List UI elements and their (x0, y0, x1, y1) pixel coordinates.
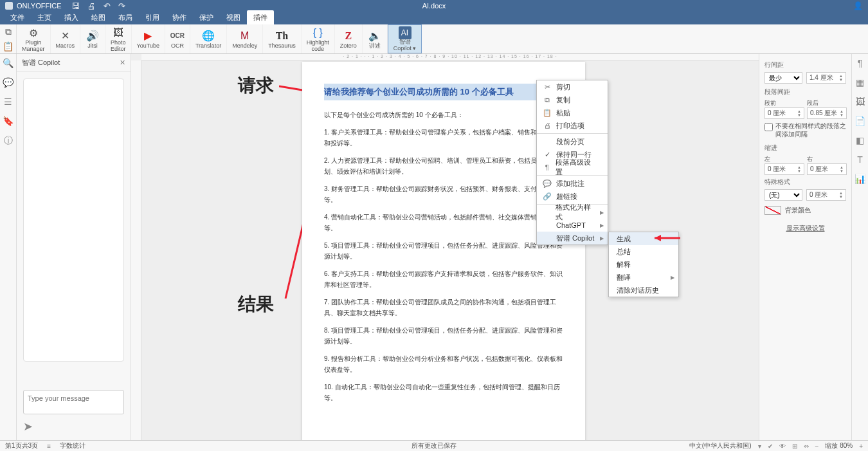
ribbon-paste-icon[interactable]: 📋 (3, 41, 14, 51)
ctx-添加批注[interactable]: 💬添加批注 (537, 177, 608, 190)
left-rail-search-icon[interactable]: 🔍 (3, 58, 14, 68)
result-intro[interactable]: 以下是每个创业公司成功所需的 10 个必备工具： (324, 109, 563, 120)
qat-print-icon[interactable]: 🖨 (87, 1, 96, 11)
indent-left-spin[interactable]: 0 厘米▲▼ (764, 163, 804, 175)
tab-insert[interactable]: 插入 (58, 10, 85, 24)
qat-undo-icon[interactable]: ↶ (104, 1, 111, 11)
right-rail-paragraph-icon[interactable]: ¶ (858, 58, 863, 68)
status-spellcheck-icon[interactable]: ✔ (768, 443, 773, 450)
ctx-粘贴[interactable]: 📋粘贴 (537, 106, 608, 119)
ribbon-copy-icon[interactable]: ⧉ (5, 26, 12, 37)
status-track-icon[interactable]: 👁 (779, 443, 786, 450)
result-item[interactable]: 7. 团队协作工具：帮助创业公司管理团队成员之间的协作和沟通，包括项目管理工具、… (324, 297, 563, 318)
ctx-段前分页[interactable]: 段前分页 (537, 135, 608, 148)
right-rail-table-icon[interactable]: ▦ (856, 77, 864, 87)
result-item[interactable]: 3. 财务管理工具：帮助创业公司跟踪财务状况，包括预算、财务报表、支付和收款等。 (324, 183, 563, 205)
line-spacing-mode-select[interactable]: 最少 (764, 72, 802, 84)
ribbon-translator[interactable]: 🌐Translator (190, 24, 227, 53)
status-wordcount-icon[interactable]: ≡ (47, 443, 51, 450)
ctx-ChatGPT[interactable]: ChatGPT▶ (537, 219, 608, 232)
status-zoom-out-icon[interactable]: − (815, 443, 819, 450)
document-canvas[interactable]: 请求 结果 请给我推荐每个创业公司成功所需的 10 个必备工具 以下是每个创业公… (141, 60, 759, 440)
right-rail-chart-icon[interactable]: 📊 (854, 174, 865, 184)
tab-layout[interactable]: 布局 (112, 10, 139, 24)
status-page-count[interactable]: 第1页共3页 (5, 441, 38, 450)
tab-view[interactable]: 视图 (220, 10, 247, 24)
line-spacing-value-spin[interactable]: 1.4 厘米▲▼ (806, 72, 846, 84)
ribbon-copilot[interactable]: AI智谱 Copilot ▾ (388, 24, 422, 53)
copilot-input[interactable] (23, 390, 124, 414)
result-item[interactable]: 8. 项目管理工具：帮助创业公司管理项目，包括任务分配、进度跟踪、风险管理和资源… (324, 325, 563, 347)
advanced-settings-link[interactable]: 显示高级设置 (764, 224, 846, 233)
right-rail-header-icon[interactable]: 📄 (854, 116, 865, 126)
ribbon-youtube[interactable]: ▶YouTube (132, 24, 165, 53)
status-fitwidth-icon[interactable]: ⇔ (804, 443, 809, 450)
ribbon-highlight-code[interactable]: { }Highlight code (302, 24, 335, 53)
ribbon-thesaurus[interactable]: ThThesaurus (263, 24, 302, 53)
right-rail-image-icon[interactable]: 🖼 (856, 97, 865, 107)
indent-right-spin[interactable]: 0 厘米▲▼ (807, 163, 847, 175)
horizontal-ruler[interactable]: · 2 · 1 · · · 1 · 2 · 3 · 4 · 5 · 6 · 7 … (141, 54, 759, 60)
ribbon-mendeley[interactable]: MMendeley (227, 24, 263, 53)
left-rail-comments-icon[interactable]: 💬 (3, 77, 14, 87)
status-zoom-label[interactable]: 缩放 80% (825, 441, 853, 450)
tab-file[interactable]: 文件 (4, 10, 31, 24)
status-zoom-in-icon[interactable]: + (859, 443, 863, 450)
ctx-sub-清除对话历史[interactable]: 清除对话历史 (609, 284, 678, 297)
result-item[interactable]: 10. 自动化工具：帮助创业公司自动化一些重复性任务，包括时间管理、提醒和日历等… (324, 382, 563, 403)
same-style-checkbox[interactable] (764, 123, 773, 131)
ctx-段落高级设置[interactable]: ¶段落高级设置 (537, 161, 608, 174)
ribbon-jitsi[interactable]: 🔊Jitsi (80, 24, 105, 53)
copilot-panel-close-icon[interactable]: ✕ (120, 59, 125, 67)
spacing-before-spin[interactable]: 0 厘米▲▼ (764, 107, 804, 119)
ctx-sub-解释[interactable]: 解释 (609, 258, 678, 271)
result-item[interactable]: 6. 客户支持工具：帮助创业公司跟踪客户支持请求和反馈，包括客户服务软件、知识库… (324, 268, 563, 290)
ribbon-zotero[interactable]: ZZotero (335, 24, 363, 53)
result-item[interactable]: 1. 客户关系管理工具：帮助创业公司管理客户关系，包括客户档案、销售和营销进度和… (324, 127, 563, 149)
ctx-sub-总结[interactable]: 总结 (609, 245, 678, 258)
ribbon-photo-editor[interactable]: 🖼Photo Editor (105, 24, 132, 53)
result-item[interactable]: 5. 项目管理工具：帮助创业公司管理项目，包括任务分配、进度跟踪、风险管理和资源… (324, 240, 563, 262)
ribbon: ⧉ 📋 ⚙Plugin Manager✕Macros🔊Jitsi🖼Photo E… (0, 24, 868, 54)
ctx-打印选项[interactable]: 🖨打印选项 (537, 119, 608, 132)
request-heading[interactable]: 请给我推荐每个创业公司成功所需的 10 个必备工具 (324, 84, 563, 100)
status-lang-dropdown-icon[interactable]: ▾ (758, 443, 761, 450)
right-rail-text-icon[interactable]: T (857, 154, 863, 165)
user-icon[interactable]: 👤 (853, 1, 863, 10)
copilot-send-icon[interactable]: ➤ (23, 419, 124, 434)
bg-color-swatch[interactable] (764, 206, 781, 215)
result-item[interactable]: 9. 报告和分析工具：帮助创业公司分析业务和客户状况，包括数据可视化、仪表板和仪… (324, 353, 563, 375)
left-rail-headings-icon[interactable]: ☰ (4, 97, 12, 107)
spacing-after-spin[interactable]: 0.85 厘米▲▼ (807, 107, 847, 119)
ribbon-plugin-manager[interactable]: ⚙Plugin Manager (17, 24, 51, 53)
vertical-ruler[interactable] (131, 60, 141, 440)
status-language[interactable]: 中文(中华人民共和国) (689, 441, 752, 450)
ctx-格式化为样式[interactable]: 格式化为样式▶ (537, 206, 608, 219)
tab-collab[interactable]: 协作 (166, 10, 193, 24)
left-rail-bookmarks-icon[interactable]: 🔖 (3, 116, 14, 126)
result-item[interactable]: 4. 营销自动化工具：帮助创业公司营销活动，包括邮件营销、社交媒体营销、搜索告等… (324, 212, 563, 234)
tab-draw[interactable]: 绘图 (85, 10, 112, 24)
ctx-智谱 Copilot[interactable]: 智谱 Copilot▶ (537, 232, 608, 244)
tab-home[interactable]: 主页 (31, 10, 58, 24)
qat-save-icon[interactable]: 🖫 (71, 1, 80, 11)
special-indent-select[interactable]: (无) (764, 189, 802, 201)
ctx-超链接[interactable]: 🔗超链接 (537, 190, 608, 203)
special-indent-spin[interactable]: 0 厘米▲▼ (806, 189, 846, 201)
ribbon-macros[interactable]: ✕Macros (51, 24, 81, 53)
ribbon-ocr[interactable]: OCROCR (165, 24, 190, 53)
ctx-sub-翻译[interactable]: 翻译▶ (609, 271, 678, 284)
result-item[interactable]: 2. 人力资源管理工具：帮助创业公司招聘、培训、管理员工和薪资，包括员工档案计划… (324, 155, 563, 177)
ctx-剪切[interactable]: ✂剪切 (537, 80, 608, 93)
tab-references[interactable]: 引用 (139, 10, 166, 24)
tab-protect[interactable]: 保护 (193, 10, 220, 24)
left-rail-info-icon[interactable]: ⓘ (4, 135, 13, 147)
status-wordcount-label[interactable]: 字数统计 (60, 441, 86, 450)
status-fit-icon[interactable]: ⊞ (792, 443, 797, 450)
qat-redo-icon[interactable]: ↷ (118, 1, 125, 11)
ctx-icon: ✂ (542, 83, 552, 91)
right-rail-shape-icon[interactable]: ◧ (856, 135, 864, 145)
ribbon-speech[interactable]: 🔈讲述 (363, 24, 388, 53)
ctx-复制[interactable]: ⧉复制 (537, 93, 608, 106)
tab-plugins[interactable]: 插件 (247, 10, 274, 24)
